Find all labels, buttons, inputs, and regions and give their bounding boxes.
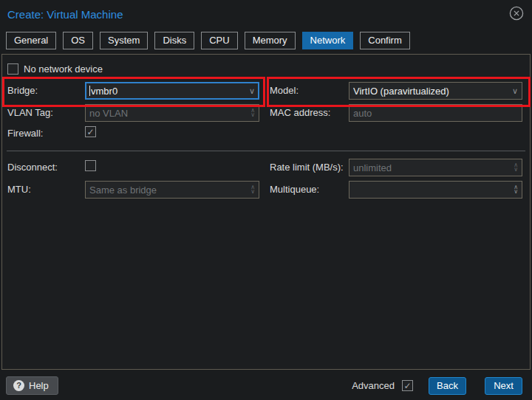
disconnect-label: Disconnect:: [7, 162, 58, 173]
firewall-label: Firewall:: [7, 128, 43, 139]
chevron-down-icon[interactable]: ∨: [246, 87, 255, 95]
back-button[interactable]: Back: [429, 377, 466, 395]
network-form-panel: [1, 54, 531, 370]
rate-limit-spinner: ∧∨: [349, 159, 522, 176]
tab-confirm[interactable]: Confirm: [360, 32, 410, 49]
advanced-label: Advanced: [352, 380, 395, 391]
rate-limit-input: [353, 162, 511, 173]
tab-disks[interactable]: Disks: [154, 32, 194, 49]
spinner-arrows-icon: ∧∨: [511, 163, 518, 172]
multiqueue-spinner[interactable]: ∧∨: [349, 181, 522, 199]
tab-cpu[interactable]: CPU: [201, 32, 237, 49]
text-cursor: [89, 86, 90, 96]
section-divider: [7, 151, 525, 151]
mac-address-field: [349, 104, 522, 122]
next-button[interactable]: Next: [485, 377, 522, 395]
multiqueue-input[interactable]: [353, 185, 511, 196]
check-icon: ✓: [86, 128, 94, 137]
mac-address-label: MAC address:: [270, 107, 330, 118]
disconnect-checkbox[interactable]: [85, 160, 96, 171]
mtu-label: MTU:: [7, 184, 31, 195]
tab-system[interactable]: System: [100, 32, 148, 49]
model-label: Model:: [270, 85, 299, 96]
mac-address-input: [353, 108, 518, 119]
spinner-arrows-icon[interactable]: ∧∨: [511, 185, 518, 194]
multiqueue-label: Multiqueue:: [270, 184, 319, 195]
tab-network[interactable]: Network: [302, 32, 354, 49]
dialog-title: Create: Virtual Machine: [7, 8, 123, 21]
help-icon: ?: [13, 380, 24, 391]
help-button[interactable]: ? Help: [6, 376, 58, 395]
firewall-checkbox[interactable]: ✓: [85, 126, 96, 137]
bridge-value: vmbr0: [91, 86, 246, 97]
tab-memory[interactable]: Memory: [245, 32, 296, 49]
spinner-arrows-icon: ∧∨: [248, 185, 255, 194]
wizard-tabbar: General OS System Disks CPU Memory Netwo…: [6, 32, 410, 49]
close-icon[interactable]: [509, 6, 524, 21]
spinner-arrows-icon: ∧∨: [248, 108, 255, 117]
vlan-tag-spinner: ∧∨: [85, 104, 259, 122]
footer-bar: ? Help Advanced ✓ Back Next: [0, 370, 532, 400]
advanced-checkbox[interactable]: ✓: [402, 380, 413, 391]
model-combo[interactable]: VirtIO (paravirtualized) ∨: [349, 82, 522, 100]
no-network-device-row: No network device: [7, 63, 103, 75]
mtu-spinner: ∧∨: [85, 181, 259, 199]
chevron-down-icon[interactable]: ∨: [509, 87, 518, 95]
help-button-label: Help: [29, 380, 49, 391]
vlan-tag-input: [89, 108, 248, 119]
check-icon: ✓: [403, 382, 411, 390]
vlan-tag-label: VLAN Tag:: [7, 107, 53, 118]
tab-general[interactable]: General: [6, 32, 56, 49]
rate-limit-label: Rate limit (MB/s):: [270, 162, 344, 173]
bridge-label: Bridge:: [7, 85, 38, 96]
tab-os[interactable]: OS: [63, 32, 93, 49]
no-network-device-checkbox[interactable]: [7, 63, 18, 75]
no-network-device-label: No network device: [24, 63, 103, 75]
bridge-combo[interactable]: vmbr0 ∨: [85, 82, 259, 100]
model-value: VirtIO (paravirtualized): [353, 86, 509, 97]
mtu-input: [89, 185, 248, 196]
